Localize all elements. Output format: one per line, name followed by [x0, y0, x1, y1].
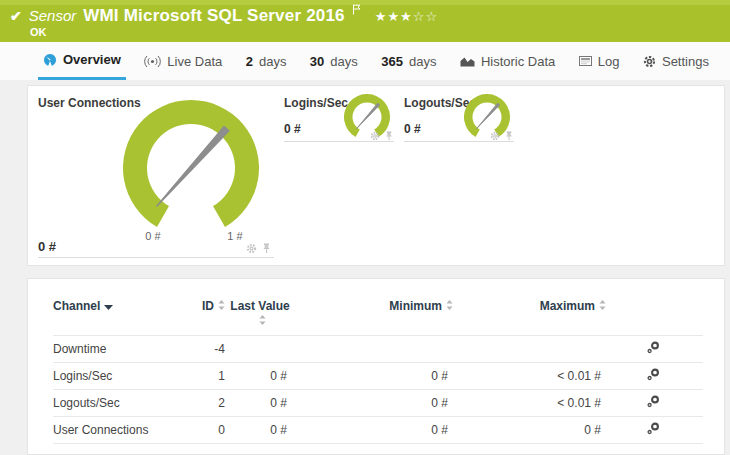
channels-panel: Channel ID Last Value Minimum Maximum [27, 278, 725, 455]
live-data-icon [144, 55, 161, 68]
channel-maximum [453, 336, 606, 363]
tab-overview[interactable]: Overview [38, 42, 126, 80]
channel-last-value: 0 # [225, 390, 295, 417]
column-header-minimum[interactable]: Minimum [295, 291, 453, 336]
table-row-logouts: Logouts/Sec 2 0 # 0 # < 0.01 # [53, 390, 703, 417]
channel-name: User Connections [53, 417, 193, 444]
tab-365-days-number: 365 [381, 54, 403, 69]
tab-2-days[interactable]: 2 days [241, 42, 292, 80]
column-header-maximum-label: Maximum [540, 299, 595, 313]
status-check-icon: ✔ [10, 8, 22, 24]
tab-2-days-label: days [259, 54, 286, 69]
tab-bar: Overview Live Data 2 days 30 days 365 da… [0, 42, 730, 80]
table-row-logins: Logins/Sec 1 0 # 0 # < 0.01 # [53, 363, 703, 390]
column-header-channel[interactable]: Channel [53, 291, 193, 336]
channel-settings-icon[interactable] [646, 422, 660, 435]
gauge-max-label: 1 # [222, 230, 248, 242]
tab-historic-data[interactable]: Historic Data [455, 42, 560, 80]
tab-settings-label: Settings [662, 54, 709, 69]
object-kind-label: Sensor [29, 7, 77, 24]
tab-30-days[interactable]: 30 days [305, 42, 363, 80]
stars-filled: ★★★ [375, 9, 413, 24]
channel-minimum: 0 # [295, 390, 453, 417]
sort-icon [218, 299, 225, 313]
gauge-widget-user-connections: User Connections 0 # 1 # 0 # [38, 94, 274, 258]
channels-table: Channel ID Last Value Minimum Maximum [53, 291, 703, 444]
gauge-title: Logins/Sec [284, 96, 348, 110]
tab-365-days-label: days [409, 54, 436, 69]
tab-log[interactable]: Log [574, 42, 625, 80]
column-header-last-value-label: Last Value [230, 299, 289, 313]
channel-id: 1 [193, 363, 225, 390]
gauge-settings-icon[interactable] [246, 243, 257, 254]
channel-settings-icon[interactable] [646, 395, 660, 408]
channel-minimum: 0 # [295, 363, 453, 390]
gauge-icon [43, 53, 57, 67]
gear-icon [643, 55, 656, 68]
user-connections-gauge [122, 96, 262, 244]
gauge-pin-icon[interactable] [384, 131, 394, 141]
column-header-id-label: ID [202, 299, 214, 313]
tab-settings[interactable]: Settings [638, 42, 714, 80]
gauge-settings-icon[interactable] [490, 131, 500, 141]
column-header-actions [606, 291, 703, 336]
table-header-row: Channel ID Last Value Minimum Maximum [53, 291, 703, 336]
tab-365-days[interactable]: 365 days [376, 42, 441, 80]
area-chart-icon [460, 56, 475, 67]
column-header-last-value[interactable]: Last Value [225, 291, 295, 336]
tab-live-data[interactable]: Live Data [139, 42, 227, 80]
channel-minimum: 0 # [295, 417, 453, 444]
gauge-pin-icon[interactable] [261, 243, 272, 254]
tab-overview-label: Overview [63, 52, 121, 67]
stars-empty: ☆☆ [413, 9, 438, 24]
gauge-widget-logins: Logins/Sec 0 # [284, 94, 394, 142]
channel-last-value: 0 # [225, 363, 295, 390]
sort-icon [446, 299, 453, 313]
gauge-value: 0 # [404, 122, 421, 136]
gauge-min-label: 0 # [140, 230, 166, 242]
gauges-panel: User Connections 0 # 1 # 0 # [27, 85, 725, 266]
column-header-minimum-label: Minimum [389, 299, 442, 313]
gauge-settings-icon[interactable] [370, 131, 380, 141]
channel-last-value [225, 336, 295, 363]
tab-live-data-label: Live Data [167, 54, 222, 69]
gauge-pin-icon[interactable] [504, 131, 514, 141]
channel-id: 0 [193, 417, 225, 444]
table-row-user-connections: User Connections 0 0 # 0 # 0 # [53, 417, 703, 444]
sensor-status-text: OK [30, 26, 47, 38]
sort-icon [599, 299, 606, 313]
channel-id: 2 [193, 390, 225, 417]
priority-stars[interactable]: ★★★☆☆ [375, 9, 438, 24]
column-header-maximum[interactable]: Maximum [453, 291, 606, 336]
channel-settings-icon[interactable] [646, 341, 660, 354]
sort-desc-icon [104, 299, 113, 313]
channel-settings-icon[interactable] [646, 368, 660, 381]
channel-maximum: < 0.01 # [453, 390, 606, 417]
flag-icon[interactable] [352, 1, 362, 19]
gauge-value: 0 # [284, 122, 301, 136]
column-header-id[interactable]: ID [193, 291, 225, 336]
tab-2-days-number: 2 [246, 54, 253, 69]
channel-minimum [295, 336, 453, 363]
channel-maximum: < 0.01 # [453, 363, 606, 390]
column-header-channel-label: Channel [53, 299, 100, 313]
gauge-widget-logouts: Logouts/Sec 0 # [404, 94, 514, 142]
sensor-status-bar: ✔ Sensor WMI Microsoft SQL Server 2016 ★… [0, 0, 730, 42]
sensor-title: WMI Microsoft SQL Server 2016 [83, 6, 345, 26]
channel-name: Logouts/Sec [53, 390, 193, 417]
channel-name: Logins/Sec [53, 363, 193, 390]
channel-name: Downtime [53, 336, 193, 363]
channel-maximum: 0 # [453, 417, 606, 444]
channel-last-value: 0 # [225, 417, 295, 444]
table-row-downtime: Downtime -4 [53, 336, 703, 363]
tab-historic-data-label: Historic Data [481, 54, 555, 69]
tab-log-label: Log [598, 54, 620, 69]
tab-30-days-label: days [330, 54, 357, 69]
status-bar-highlight [0, 0, 730, 5]
sort-icon [259, 314, 266, 329]
tab-30-days-number: 30 [310, 54, 324, 69]
log-icon [579, 56, 592, 66]
gauge-value: 0 # [38, 239, 56, 254]
channel-id: -4 [193, 336, 225, 363]
